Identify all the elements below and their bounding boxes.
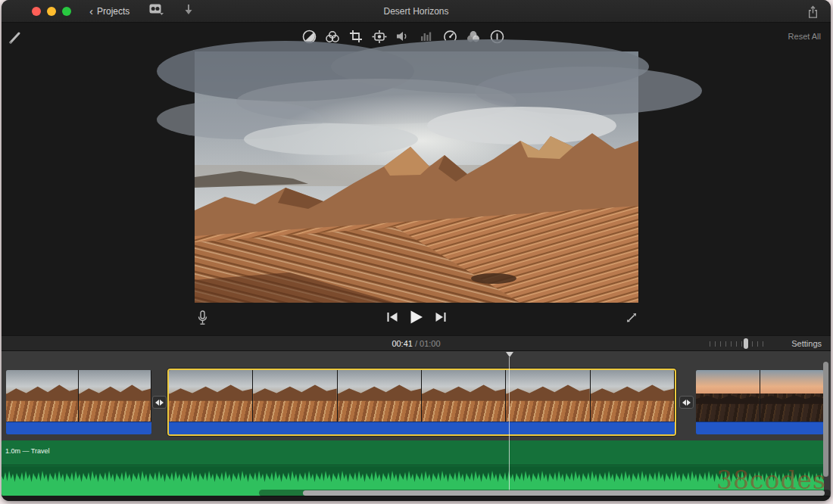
- music-label-band: 1.0m — Travel: [2, 440, 824, 465]
- play-button[interactable]: [410, 310, 423, 327]
- timecode-current: 00:41: [392, 339, 413, 348]
- close-button[interactable]: [32, 7, 41, 16]
- timeline-bottom-edge: [2, 496, 831, 501]
- music-track-clip[interactable]: 1.0m — Travel: [2, 440, 824, 496]
- timecode-display: 00:41 / 01:00: [2, 339, 831, 348]
- timeline-clip-3[interactable]: [696, 370, 824, 434]
- preview-image: [195, 51, 638, 303]
- transition-icon: [160, 400, 164, 406]
- share-icon: [807, 8, 819, 20]
- microphone-icon: [197, 316, 208, 328]
- clip-thumbnail: [338, 370, 422, 422]
- chevron-left-icon: ‹: [89, 5, 93, 17]
- vertical-scrollbar-thumb[interactable]: [823, 362, 828, 477]
- viewer-pane: Reset All: [2, 23, 831, 335]
- clip-thumbnail: [253, 370, 337, 422]
- transition-icon: [155, 400, 159, 406]
- clip-audio-waveform: [696, 422, 824, 434]
- media-browser-button[interactable]: [149, 4, 164, 18]
- back-label: Projects: [97, 6, 129, 17]
- clip-thumbnail: [591, 370, 675, 422]
- filmstrip: [169, 370, 675, 422]
- zoom-slider-thumb[interactable]: [744, 338, 748, 349]
- filmstrip: [6, 370, 151, 422]
- settings-button[interactable]: Settings: [791, 339, 822, 348]
- content-pencil-icon[interactable]: [8, 29, 24, 50]
- voiceover-button[interactable]: [197, 310, 208, 329]
- share-button[interactable]: [807, 5, 819, 21]
- media-browser-icon: [149, 4, 164, 18]
- back-to-projects-button[interactable]: ‹ Projects: [89, 5, 129, 17]
- music-track-label: 1.0m — Travel: [5, 447, 50, 455]
- timeline-clip-2-selected[interactable]: [167, 369, 676, 436]
- clip-thumbnail: [760, 370, 825, 422]
- transition-button-1[interactable]: [152, 396, 167, 409]
- timeline-pane: 1.0m — Travel: [2, 351, 831, 501]
- clip-thumbnail: [696, 370, 760, 422]
- next-frame-button[interactable]: [435, 312, 446, 325]
- horizontal-scrollbar-track[interactable]: [259, 490, 831, 496]
- transport-controls: [386, 310, 446, 327]
- crop-button[interactable]: [348, 29, 363, 44]
- color-correction-button[interactable]: [325, 29, 340, 44]
- fullscreen-button[interactable]: [626, 312, 638, 327]
- minimize-button[interactable]: [47, 7, 56, 16]
- playback-row: [2, 309, 831, 331]
- playhead-handle-icon[interactable]: [506, 352, 513, 357]
- traffic-lights: [32, 7, 71, 16]
- timecode-duration: 01:00: [420, 339, 441, 348]
- titlebar: ‹ Projects Desert Horizons: [2, 0, 831, 23]
- volume-button[interactable]: [395, 29, 410, 44]
- timeline-clip-1[interactable]: [6, 370, 151, 434]
- clip-thumbnail: [422, 370, 506, 422]
- reset-all-button[interactable]: Reset All: [788, 32, 821, 41]
- import-button[interactable]: [183, 4, 194, 19]
- expand-arrows-icon: [626, 313, 638, 326]
- stabilization-button[interactable]: [372, 29, 387, 44]
- clip-audio-waveform: [169, 422, 675, 434]
- previous-frame-button[interactable]: [386, 312, 398, 325]
- clip-audio-waveform: [6, 422, 151, 434]
- filmstrip: [696, 370, 824, 422]
- timecode-separator: /: [413, 339, 420, 348]
- import-arrow-icon: [183, 4, 194, 19]
- transition-icon: [682, 400, 686, 406]
- zoom-button[interactable]: [62, 7, 71, 16]
- transition-button-2[interactable]: [679, 396, 694, 409]
- transition-icon: [687, 400, 691, 406]
- clip-thumbnail: [79, 370, 151, 422]
- timeline-toolbar: 00:41 / 01:00 Settings: [2, 335, 831, 351]
- imovie-window: ‹ Projects Desert Horizons: [2, 0, 831, 501]
- horizontal-scrollbar-thumb[interactable]: [303, 490, 825, 496]
- clip-thumbnail: [506, 370, 590, 422]
- clip-thumbnail: [6, 370, 79, 422]
- clip-thumbnail: [169, 370, 253, 422]
- video-preview: [195, 51, 638, 303]
- timeline-zoom-slider[interactable]: [710, 340, 764, 348]
